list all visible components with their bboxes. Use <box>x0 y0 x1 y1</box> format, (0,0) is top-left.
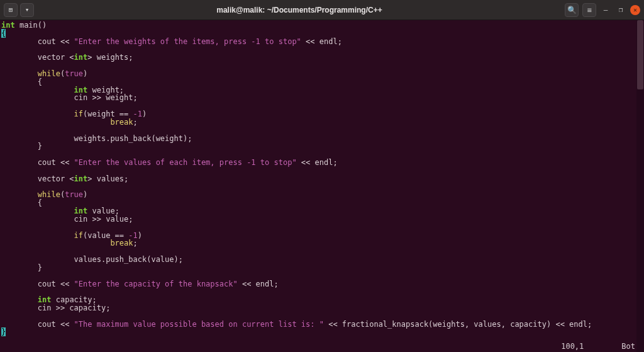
vertical-scrollbar[interactable] <box>636 20 644 352</box>
hamburger-icon: ≡ <box>587 6 591 14</box>
search-icon: 🔍 <box>567 6 577 14</box>
cursor-position: 100,1 <box>561 343 584 351</box>
maximize-icon: ❐ <box>619 6 623 14</box>
status-bar: 100,1 Bot <box>561 343 635 351</box>
menu-button[interactable]: ≡ <box>582 3 596 17</box>
tab-dropdown-button[interactable]: ▾ <box>20 3 34 17</box>
window-title: malik@malik: ~/Documents/Programming/C++ <box>34 6 565 14</box>
scrollbar-thumb[interactable] <box>637 20 643 89</box>
minimize-icon: — <box>604 6 608 14</box>
code-content: int main() { cout << "Enter the weights … <box>1 21 644 336</box>
minimize-button[interactable]: — <box>600 4 611 16</box>
search-button[interactable]: 🔍 <box>565 3 579 17</box>
new-tab-button[interactable]: ⊞ <box>4 3 18 17</box>
scroll-location: Bot <box>621 343 635 351</box>
titlebar-right: 🔍 ≡ — ❐ ✕ <box>565 3 640 17</box>
close-icon: ✕ <box>633 6 637 13</box>
titlebar-left: ⊞ ▾ <box>4 3 34 17</box>
titlebar: ⊞ ▾ malik@malik: ~/Documents/Programming… <box>0 0 644 20</box>
close-button[interactable]: ✕ <box>630 5 640 15</box>
maximize-button[interactable]: ❐ <box>615 4 626 16</box>
editor-area[interactable]: int main() { cout << "Enter the weights … <box>0 20 644 352</box>
